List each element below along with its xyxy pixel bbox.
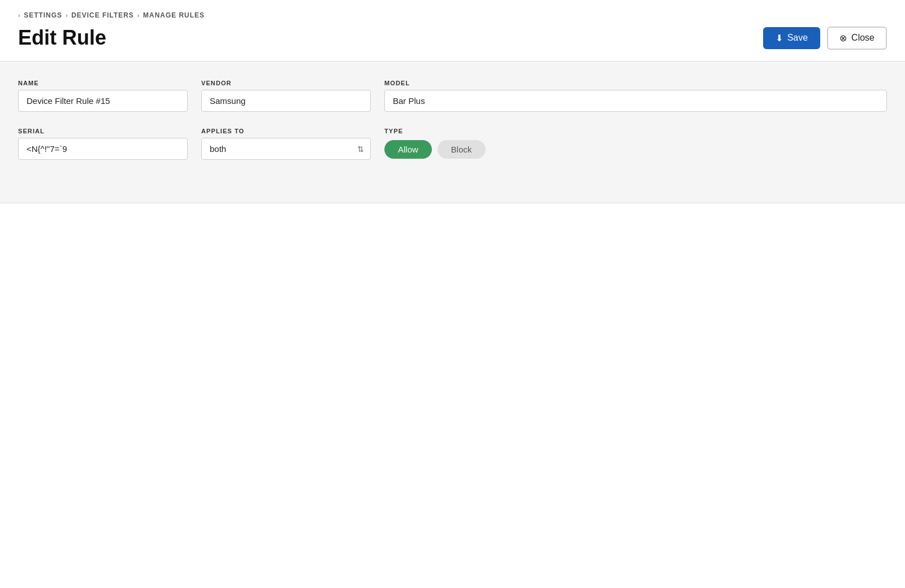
chevron-right-icon-2: ›	[66, 12, 68, 19]
close-circle-icon: ⊗	[839, 33, 847, 43]
breadcrumb-manage-rules-label[interactable]: MANAGE RULES	[143, 11, 205, 19]
page-title: Edit Rule	[18, 26, 106, 50]
name-label: NAME	[18, 80, 188, 86]
model-label: MODEL	[384, 80, 887, 86]
name-field-group: NAME	[18, 80, 188, 112]
main-content	[0, 203, 905, 542]
breadcrumb-settings-label[interactable]: SETTINGS	[24, 11, 62, 19]
page-title-row: Edit Rule ⬇ Save ⊗ Close	[18, 26, 887, 61]
type-label: TYPE	[384, 128, 887, 134]
chevron-right-icon: ›	[18, 12, 20, 19]
block-button[interactable]: Block	[438, 140, 486, 159]
save-button[interactable]: ⬇ Save	[763, 27, 820, 49]
save-button-label: Save	[787, 33, 808, 43]
vendor-input[interactable]	[201, 90, 371, 112]
breadcrumb-device-filters-label[interactable]: DEVICE FILTERS	[71, 11, 134, 19]
breadcrumb-device-filters[interactable]: › DEVICE FILTERS	[66, 11, 134, 19]
page-header: › SETTINGS › DEVICE FILTERS › MANAGE RUL…	[0, 0, 905, 61]
form-row-2: SERIAL APPLIES TO both input output ⇅ TY…	[18, 128, 887, 160]
applies-to-label: APPLIES TO	[201, 128, 371, 134]
breadcrumb-settings[interactable]: › SETTINGS	[18, 11, 62, 19]
form-section: NAME VENDOR MODEL SERIAL APPLIES TO both…	[0, 62, 905, 203]
serial-input[interactable]	[18, 138, 188, 160]
model-field-group: MODEL	[384, 80, 887, 112]
type-buttons-group: Allow Block	[384, 138, 887, 159]
applies-to-select[interactable]: both input output	[201, 138, 371, 160]
close-button-label: Close	[851, 33, 874, 43]
breadcrumb: › SETTINGS › DEVICE FILTERS › MANAGE RUL…	[18, 11, 887, 19]
type-field-group: TYPE Allow Block	[384, 128, 887, 160]
applies-to-select-wrapper: both input output ⇅	[201, 138, 371, 160]
vendor-field-group: VENDOR	[201, 80, 371, 112]
serial-label: SERIAL	[18, 128, 188, 134]
applies-to-field-group: APPLIES TO both input output ⇅	[201, 128, 371, 160]
header-actions: ⬇ Save ⊗ Close	[763, 27, 887, 50]
serial-field-group: SERIAL	[18, 128, 188, 160]
vendor-label: VENDOR	[201, 80, 371, 86]
form-row-1: NAME VENDOR MODEL	[18, 80, 887, 112]
chevron-right-icon-3: ›	[137, 12, 140, 19]
breadcrumb-manage-rules[interactable]: › MANAGE RULES	[137, 11, 205, 19]
close-button[interactable]: ⊗ Close	[827, 27, 887, 50]
model-input[interactable]	[384, 90, 887, 112]
download-icon: ⬇	[776, 33, 783, 43]
allow-button[interactable]: Allow	[384, 140, 432, 159]
name-input[interactable]	[18, 90, 188, 112]
